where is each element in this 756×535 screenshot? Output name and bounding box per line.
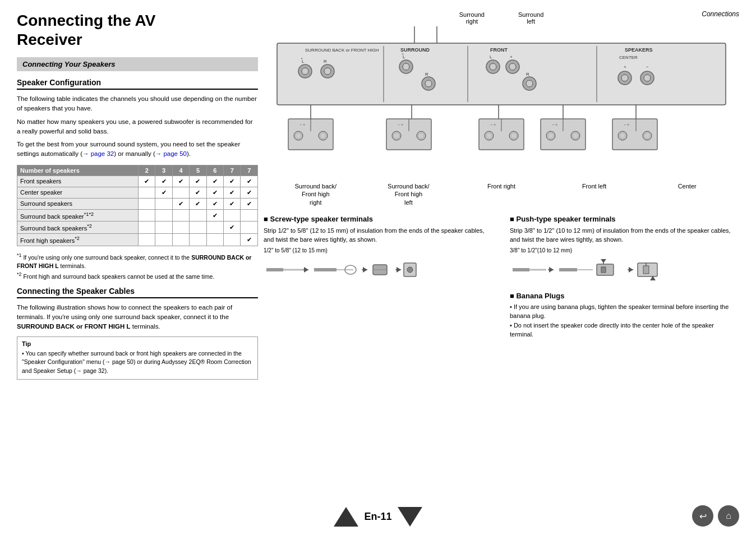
svg-point-17 (403, 63, 409, 70)
table-col-6: 6 (206, 165, 223, 176)
push-terminal-section: Push-type speaker terminals Strip 3/8" t… (510, 215, 739, 339)
svg-text:R: R (425, 72, 428, 77)
tip-text: • You can specify whether surround back … (22, 349, 253, 376)
svg-point-27 (509, 63, 516, 70)
table-row: Surround back speakers*2 ✔ (17, 222, 258, 234)
bottom-right-icons: ↩ ⌂ (692, 505, 739, 527)
page-section-label: Connections (702, 10, 739, 18)
svg-text:FRONT: FRONT (490, 47, 508, 53)
surround-right-label: Surroundright (459, 11, 485, 25)
banana-p1: • If you are using banana plugs, tighten… (510, 302, 739, 321)
table-col-7a: 7 (224, 165, 241, 176)
speaker-label-center: Center (656, 182, 718, 206)
svg-text:+: + (402, 52, 404, 56)
terminal-sections: Screw-type speaker terminals Strip 1/2" … (264, 215, 739, 339)
surround-left-label: Surroundleft (518, 11, 543, 25)
speaker-diagram: SURROUND BACK or FRONT HIGH SURROUND FRO… (264, 26, 739, 179)
svg-text:SPEAKERS: SPEAKERS (625, 47, 653, 53)
push-cable-diagram (510, 255, 667, 285)
table-col-7b: 7 (241, 165, 258, 176)
svg-point-10 (302, 68, 308, 75)
svg-text:−   +: − + (398, 123, 403, 127)
banana-plugs-title: Banana Plugs (510, 292, 739, 300)
svg-text:CENTER: CENTER (619, 55, 638, 60)
table-col-3: 3 (155, 165, 172, 176)
svg-rect-108 (643, 266, 649, 274)
table-col-4: 4 (172, 165, 189, 176)
svg-text:−: − (646, 64, 649, 70)
diagram-svg: SURROUND BACK or FRONT HIGH SURROUND FRO… (271, 26, 731, 178)
screw-cable-diagram (264, 255, 421, 285)
screw-terminal-title: Screw-type speaker terminals (264, 215, 493, 223)
speaker-labels-row: Surround back/Front highright Surround b… (264, 182, 739, 206)
svg-point-76 (620, 133, 625, 138)
svg-text:+: + (510, 54, 513, 59)
svg-point-37 (644, 75, 651, 81)
speaker-label-surround-back-left: Surround back/Front highleft (377, 182, 439, 206)
svg-point-94 (407, 267, 413, 273)
prev-page-button[interactable] (334, 507, 358, 527)
svg-point-50 (321, 133, 325, 138)
push-measure-label: 3/8" to 1/2"(10 to 12 mm) (510, 247, 739, 253)
table-col-2: 2 (139, 165, 155, 176)
svg-point-14 (324, 68, 331, 75)
svg-text:R: R (324, 59, 327, 64)
svg-text:L: L (490, 54, 492, 59)
table-col-header: Number of speakers (17, 165, 139, 176)
table-row: Center speaker ✔✔✔✔✔ (17, 187, 258, 198)
banana-p2: • Do not insert the speaker code directl… (510, 321, 739, 339)
svg-text:+: + (301, 57, 303, 61)
section-header: Connecting Your Speakers (17, 57, 258, 71)
svg-text:−   +: − + (490, 123, 496, 127)
svg-point-71 (573, 133, 578, 138)
cables-p1: The following illustration shows how to … (17, 303, 258, 332)
svg-point-35 (621, 75, 628, 81)
home-icon[interactable]: ⌂ (718, 505, 739, 527)
screw-terminal-text: Strip 1/2" to 5/8" (12 to 15 mm) of insu… (264, 226, 493, 245)
screw-measure-label: 1/2" to 5/8" (12 to 15 mm) (264, 247, 493, 253)
svg-point-48 (296, 133, 301, 138)
push-terminal-title: Push-type speaker terminals (510, 215, 739, 223)
svg-text:−   +: − + (299, 123, 305, 127)
footnotes: *1 If you're using only one surround bac… (17, 252, 258, 281)
next-page-button[interactable] (398, 507, 422, 527)
page-title: Connecting the AV Receiver (17, 11, 258, 49)
speaker-config-p3: To get the best from your surround sound… (17, 140, 258, 159)
svg-rect-102 (601, 267, 606, 273)
surround-top-labels: Surroundright Surroundleft (264, 11, 739, 25)
tip-box: Tip • You can specify whether surround b… (17, 336, 258, 380)
svg-text:−   +: − + (624, 123, 629, 127)
table-row: Surround speakers ✔✔✔✔✔ (17, 198, 258, 209)
link-page50[interactable]: → page 50 (155, 150, 187, 157)
link-page32[interactable]: → page 32 (82, 150, 114, 157)
speaker-label-surround-back-right: Surround back/Front highright (285, 182, 347, 206)
speaker-config-title: Speaker Configuration (17, 78, 258, 90)
svg-text:SURROUND BACK or FRONT HIGH: SURROUND BACK or FRONT HIGH (305, 48, 379, 53)
page-number: En-11 (364, 511, 391, 523)
push-terminal-text: Strip 3/8" to 1/2" (10 to 12 mm) of insu… (510, 226, 739, 245)
svg-point-30 (526, 80, 533, 87)
svg-point-57 (419, 133, 423, 138)
svg-point-78 (645, 133, 649, 138)
speaker-label-front-left: Front left (564, 182, 625, 206)
back-icon[interactable]: ↩ (692, 505, 713, 527)
speaker-config-p1: The following table indicates the channe… (17, 94, 258, 114)
svg-text:R: R (526, 72, 529, 77)
svg-text:−   +: − + (552, 123, 557, 127)
svg-point-55 (394, 133, 399, 138)
table-col-5: 5 (190, 165, 206, 176)
tip-label: Tip (22, 340, 253, 347)
bottom-navigation: En-11 (0, 507, 756, 527)
speaker-label-front-right: Front right (471, 182, 532, 206)
table-row: Front high speakers*2 ✔ (17, 234, 258, 246)
screw-terminal-section: Screw-type speaker terminals Strip 1/2" … (264, 215, 493, 339)
svg-point-64 (511, 133, 516, 138)
svg-point-62 (487, 133, 491, 138)
svg-point-69 (548, 133, 553, 138)
svg-text:SURROUND: SURROUND (400, 47, 430, 53)
cables-title: Connecting the Speaker Cables (17, 287, 258, 298)
svg-text:+: + (624, 64, 626, 70)
table-row: Front speakers ✔✔✔✔✔✔✔ (17, 176, 258, 187)
speaker-table: Number of speakers 2 3 4 5 6 7 7 Front s… (17, 165, 258, 246)
svg-point-21 (425, 80, 432, 87)
